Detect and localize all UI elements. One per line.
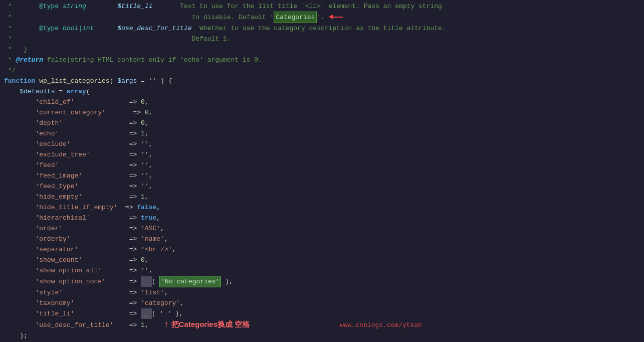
pad-2 <box>106 107 133 118</box>
code-line-23: 'orderby' => 'name', <box>0 234 644 244</box>
code-line-8: function wp_list_categories( $args = '' … <box>0 76 644 86</box>
comment-3a: * <box>4 23 39 34</box>
code-line-26: 'show_option_all' => '', <box>0 265 644 276</box>
code-line-20: 'hide_title_if_empty' => false, <box>0 202 644 213</box>
val-exclude-tree: '' <box>141 149 149 160</box>
comma-16: , <box>145 255 149 265</box>
arrow-15: => <box>129 244 141 255</box>
code-line-17: 'feed_image' => '', <box>0 170 644 181</box>
num-0-4: 0 <box>141 255 145 265</box>
indent-2 <box>4 128 35 139</box>
num-0-3: 0 <box>141 118 145 128</box>
indent-2 <box>4 255 35 265</box>
val-exclude: '' <box>141 139 149 149</box>
arrow-22: => <box>129 320 141 330</box>
comma-6: , <box>149 149 153 160</box>
red-arrow-icon: ◄—— <box>329 12 343 23</box>
code-line-31: 'use_desc_for_title' => 1, ↑ 把Categories… <box>0 319 644 330</box>
arrow-6: => <box>129 149 141 160</box>
pad-4 <box>59 128 129 139</box>
comma-2: , <box>149 107 153 118</box>
code-line-7: */ <box>0 65 644 76</box>
key-style: 'style' <box>35 287 63 298</box>
pad-14 <box>71 234 129 244</box>
code-line-19: 'hide_empty' => 1, <box>0 192 644 202</box>
val-separator: '<br />' <box>141 244 172 255</box>
string-empty: '' <box>149 76 157 86</box>
keyword-function: function <box>4 76 35 86</box>
pad-7 <box>59 160 129 170</box>
indent-2 <box>4 298 35 308</box>
comma-4: , <box>145 128 149 139</box>
pad-1 <box>74 97 129 107</box>
val-taxonomy: 'category' <box>141 298 180 308</box>
func-space <box>35 76 39 86</box>
indent-2 <box>4 265 35 276</box>
pad-17 <box>102 265 129 276</box>
pad-11 <box>117 202 125 213</box>
comment-2a: * to disable. Default ' <box>4 12 274 23</box>
key-taxonomy: 'taxonomy' <box>35 298 74 308</box>
closing-paren: ); <box>4 330 28 341</box>
num-1-1: 1 <box>141 128 145 139</box>
comment-the: the <box>243 1 254 12</box>
comma-1: , <box>145 97 149 107</box>
key-hierarchical: 'hierarchical' <box>35 213 90 223</box>
indent-2 <box>4 139 35 149</box>
dunder-func-2: __ <box>141 308 152 319</box>
comment-6b: false|string HTML content only if 'echo'… <box>43 55 262 65</box>
comment-5: * } <box>4 44 28 55</box>
arrow-3: => <box>129 118 141 128</box>
comma-22: , <box>145 320 149 330</box>
val-show-option-all: '' <box>141 265 149 276</box>
num-1-3: 1 <box>141 320 145 330</box>
paren-close: ) { <box>156 76 172 86</box>
val-feed: '' <box>141 160 149 170</box>
arrow-21: => <box>129 308 141 319</box>
code-line-29: 'taxonomy' => 'category', <box>0 298 644 308</box>
title-li-val: ( ' ' ), <box>152 308 183 319</box>
key-feed: 'feed' <box>35 160 59 170</box>
equals: = <box>137 76 148 86</box>
comma-13: , <box>160 223 164 234</box>
pad-15 <box>78 244 129 255</box>
code-line-14: 'exclude' => '', <box>0 139 644 149</box>
key-title-li: 'title_li' <box>35 308 74 319</box>
pad-20 <box>74 298 129 308</box>
website-url: www.cnblogs.com/ytkah <box>340 320 422 330</box>
pad-22 <box>113 320 129 330</box>
code-line-32: ); <box>0 330 644 341</box>
comment-1b <box>59 1 63 12</box>
code-line-15: 'exclude_tree' => '', <box>0 149 644 160</box>
comma-20: , <box>180 298 184 308</box>
pad-13 <box>63 223 129 234</box>
arrow-11: => <box>125 202 137 213</box>
pad-3 <box>63 118 129 128</box>
code-line-6: * @return false|string HTML content only… <box>0 55 644 65</box>
paren-open: ( <box>110 76 118 86</box>
indent-2 <box>4 192 35 202</box>
var-defaults: $defaults <box>20 86 55 97</box>
indent-2 <box>4 244 35 255</box>
arrow-2: => <box>133 107 144 118</box>
comma-15: , <box>172 244 176 255</box>
code-line-25: 'show_count' => 0, <box>0 255 644 265</box>
tag-type-1: @type <box>39 1 59 12</box>
code-line-9: $defaults = array( <box>0 86 644 97</box>
comma-17: , <box>149 265 153 276</box>
pad-19 <box>63 287 129 298</box>
annotation-arrow-up: ↑ <box>164 319 169 330</box>
indent-2 <box>4 170 35 181</box>
param-title-li: $title_li <box>117 1 152 12</box>
comment-1c <box>86 1 117 12</box>
arrow-13: => <box>129 223 141 234</box>
comment-2b: '. <box>317 12 328 23</box>
val-orderby: 'name' <box>141 234 164 244</box>
comment-1d: Text to use for <box>153 1 243 12</box>
indent-2 <box>4 276 35 287</box>
val-true: true <box>141 213 156 223</box>
comma-19: , <box>164 287 168 298</box>
key-hide-title: 'hide_title_if_empty' <box>35 202 117 213</box>
key-use-desc: 'use_desc_for_title' <box>35 320 113 330</box>
comment-1e: list title `<li>` element. Pass an empty… <box>254 1 442 12</box>
